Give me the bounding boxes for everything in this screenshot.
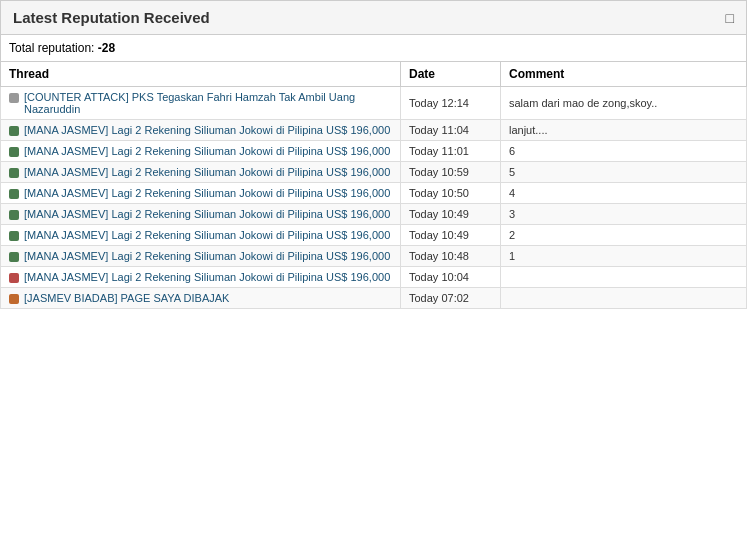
rep-indicator — [9, 126, 19, 136]
total-reputation: Total reputation: -28 — [0, 35, 747, 61]
thread-link[interactable]: [MANA JASMEV] Lagi 2 Rekening Siliuman J… — [24, 166, 390, 178]
comment-cell: 5 — [501, 162, 747, 183]
widget-container: Latest Reputation Received □ Total reput… — [0, 0, 747, 309]
date-cell: Today 11:04 — [401, 120, 501, 141]
table-row: [MANA JASMEV] Lagi 2 Rekening Siliuman J… — [1, 225, 747, 246]
thread-cell: [MANA JASMEV] Lagi 2 Rekening Siliuman J… — [1, 225, 401, 246]
thread-link[interactable]: [MANA JASMEV] Lagi 2 Rekening Siliuman J… — [24, 208, 390, 220]
col-thread: Thread — [1, 62, 401, 87]
comment-cell: 1 — [501, 246, 747, 267]
date-cell: Today 10:49 — [401, 225, 501, 246]
thread-cell: [MANA JASMEV] Lagi 2 Rekening Siliuman J… — [1, 141, 401, 162]
collapse-icon[interactable]: □ — [726, 10, 734, 26]
table-row: [MANA JASMEV] Lagi 2 Rekening Siliuman J… — [1, 120, 747, 141]
comment-cell: 4 — [501, 183, 747, 204]
col-date: Date — [401, 62, 501, 87]
table-row: [MANA JASMEV] Lagi 2 Rekening Siliuman J… — [1, 162, 747, 183]
rep-indicator — [9, 189, 19, 199]
date-cell: Today 10:04 — [401, 267, 501, 288]
rep-indicator — [9, 210, 19, 220]
total-rep-label: Total reputation: — [9, 41, 94, 55]
date-cell: Today 10:49 — [401, 204, 501, 225]
reputation-table: Thread Date Comment [COUNTER ATTACK] PKS… — [0, 61, 747, 309]
col-comment: Comment — [501, 62, 747, 87]
rep-indicator — [9, 273, 19, 283]
thread-cell: [MANA JASMEV] Lagi 2 Rekening Siliuman J… — [1, 162, 401, 183]
thread-link[interactable]: [MANA JASMEV] Lagi 2 Rekening Siliuman J… — [24, 271, 390, 283]
rep-indicator — [9, 93, 19, 103]
rep-indicator — [9, 294, 19, 304]
comment-cell — [501, 267, 747, 288]
table-row: [MANA JASMEV] Lagi 2 Rekening Siliuman J… — [1, 267, 747, 288]
comment-cell — [501, 288, 747, 309]
thread-link[interactable]: [JASMEV BIADAB] PAGE SAYA DIBAJAK — [24, 292, 229, 304]
total-rep-value: -28 — [98, 41, 115, 55]
rep-indicator — [9, 168, 19, 178]
thread-link[interactable]: [MANA JASMEV] Lagi 2 Rekening Siliuman J… — [24, 229, 390, 241]
comment-cell: salam dari mao de zong,skoy.. — [501, 87, 747, 120]
comment-cell: 6 — [501, 141, 747, 162]
thread-link[interactable]: [MANA JASMEV] Lagi 2 Rekening Siliuman J… — [24, 187, 390, 199]
thread-link[interactable]: [COUNTER ATTACK] PKS Tegaskan Fahri Hamz… — [24, 91, 392, 115]
table-row: [MANA JASMEV] Lagi 2 Rekening Siliuman J… — [1, 204, 747, 225]
rep-indicator — [9, 147, 19, 157]
table-row: [MANA JASMEV] Lagi 2 Rekening Siliuman J… — [1, 141, 747, 162]
table-row: [MANA JASMEV] Lagi 2 Rekening Siliuman J… — [1, 246, 747, 267]
rep-indicator — [9, 231, 19, 241]
thread-cell: [MANA JASMEV] Lagi 2 Rekening Siliuman J… — [1, 120, 401, 141]
date-cell: Today 10:59 — [401, 162, 501, 183]
thread-cell: [COUNTER ATTACK] PKS Tegaskan Fahri Hamz… — [1, 87, 401, 120]
comment-cell: lanjut.... — [501, 120, 747, 141]
thread-cell: [MANA JASMEV] Lagi 2 Rekening Siliuman J… — [1, 267, 401, 288]
comment-cell: 3 — [501, 204, 747, 225]
thread-link[interactable]: [MANA JASMEV] Lagi 2 Rekening Siliuman J… — [24, 145, 390, 157]
thread-cell: [JASMEV BIADAB] PAGE SAYA DIBAJAK — [1, 288, 401, 309]
table-row: [MANA JASMEV] Lagi 2 Rekening Siliuman J… — [1, 183, 747, 204]
table-row: [JASMEV BIADAB] PAGE SAYA DIBAJAKToday 0… — [1, 288, 747, 309]
table-row: [COUNTER ATTACK] PKS Tegaskan Fahri Hamz… — [1, 87, 747, 120]
widget-title: Latest Reputation Received — [13, 9, 210, 26]
thread-link[interactable]: [MANA JASMEV] Lagi 2 Rekening Siliuman J… — [24, 250, 390, 262]
date-cell: Today 11:01 — [401, 141, 501, 162]
thread-cell: [MANA JASMEV] Lagi 2 Rekening Siliuman J… — [1, 246, 401, 267]
thread-cell: [MANA JASMEV] Lagi 2 Rekening Siliuman J… — [1, 183, 401, 204]
rep-indicator — [9, 252, 19, 262]
widget-header: Latest Reputation Received □ — [0, 0, 747, 35]
date-cell: Today 10:50 — [401, 183, 501, 204]
date-cell: Today 10:48 — [401, 246, 501, 267]
thread-cell: [MANA JASMEV] Lagi 2 Rekening Siliuman J… — [1, 204, 401, 225]
date-cell: Today 12:14 — [401, 87, 501, 120]
comment-cell: 2 — [501, 225, 747, 246]
date-cell: Today 07:02 — [401, 288, 501, 309]
thread-link[interactable]: [MANA JASMEV] Lagi 2 Rekening Siliuman J… — [24, 124, 390, 136]
